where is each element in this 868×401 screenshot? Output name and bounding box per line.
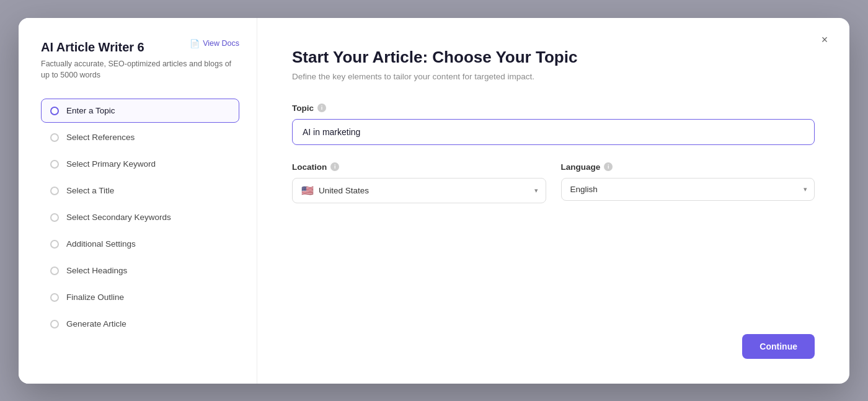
app-subtitle: Factually accurate, SEO-optimized articl… xyxy=(41,58,239,82)
step-item-select-secondary-keywords[interactable]: Select Secondary Keywords xyxy=(41,205,239,229)
step-label-select-headings: Select Headings xyxy=(66,266,127,275)
modal-dialog: AI Article Writer 6 📄 View Docs Factuall… xyxy=(19,18,849,384)
step-label-enter-topic: Enter a Topic xyxy=(66,106,115,115)
step-item-select-primary-keyword[interactable]: Select Primary Keyword xyxy=(41,152,239,176)
main-subtitle: Define the key elements to tailor your c… xyxy=(292,72,815,81)
view-docs-link[interactable]: 📄 View Docs xyxy=(190,39,239,48)
right-panel: × Start Your Article: Choose Your Topic … xyxy=(257,18,849,384)
topic-form-group: Topic i xyxy=(292,104,815,145)
location-label: Location i xyxy=(292,162,546,172)
location-form-group: Location i 🇺🇸 United States ▾ xyxy=(292,162,546,203)
language-dropdown[interactable]: English Spanish French German xyxy=(561,178,815,201)
step-dot-select-secondary-keywords xyxy=(50,213,59,222)
language-form-group: Language i English Spanish French German… xyxy=(561,162,815,203)
step-dot-select-title xyxy=(50,187,59,195)
location-info-icon: i xyxy=(330,162,339,171)
us-flag-icon: 🇺🇸 xyxy=(301,185,314,196)
step-label-select-secondary-keywords: Select Secondary Keywords xyxy=(66,213,171,222)
location-language-row: Location i 🇺🇸 United States ▾ Language i xyxy=(292,162,815,221)
language-label: Language i xyxy=(561,162,815,172)
continue-button[interactable]: Continue xyxy=(742,334,815,359)
step-item-enter-topic[interactable]: Enter a Topic xyxy=(41,99,239,123)
step-dot-finalize-outline xyxy=(50,293,59,302)
close-button[interactable]: × xyxy=(815,30,835,50)
step-label-select-title: Select a Title xyxy=(66,186,114,195)
language-select-wrapper: English Spanish French German ▾ xyxy=(561,178,815,201)
main-title: Start Your Article: Choose Your Topic xyxy=(292,48,815,67)
step-dot-select-headings xyxy=(50,267,59,275)
step-dot-additional-settings xyxy=(50,240,59,249)
step-dot-select-references xyxy=(50,133,59,142)
step-item-select-references[interactable]: Select References xyxy=(41,125,239,149)
step-item-finalize-outline[interactable]: Finalize Outline xyxy=(41,285,239,309)
step-item-select-headings[interactable]: Select Headings xyxy=(41,258,239,283)
location-select-wrapper: 🇺🇸 United States ▾ xyxy=(292,178,546,203)
step-label-additional-settings: Additional Settings xyxy=(66,239,136,249)
step-label-generate-article: Generate Article xyxy=(66,319,126,328)
step-label-select-primary-keyword: Select Primary Keyword xyxy=(66,159,156,169)
step-label-select-references: Select References xyxy=(66,133,135,142)
doc-icon: 📄 xyxy=(190,39,200,48)
app-title: AI Article Writer 6 xyxy=(41,40,144,55)
steps-list: Enter a TopicSelect ReferencesSelect Pri… xyxy=(41,99,239,336)
location-dropdown[interactable]: 🇺🇸 United States ▾ xyxy=(292,178,546,203)
step-dot-select-primary-keyword xyxy=(50,160,59,169)
left-panel: AI Article Writer 6 📄 View Docs Factuall… xyxy=(19,18,257,384)
topic-info-icon: i xyxy=(317,104,326,112)
language-info-icon: i xyxy=(604,162,613,171)
step-item-select-title[interactable]: Select a Title xyxy=(41,178,239,203)
step-dot-enter-topic xyxy=(50,107,59,115)
step-item-additional-settings[interactable]: Additional Settings xyxy=(41,232,239,256)
topic-input[interactable] xyxy=(292,119,815,145)
topic-label: Topic i xyxy=(292,104,815,113)
step-item-generate-article[interactable]: Generate Article xyxy=(41,312,239,336)
step-dot-generate-article xyxy=(50,320,59,328)
step-label-finalize-outline: Finalize Outline xyxy=(66,293,124,302)
location-chevron-icon: ▾ xyxy=(534,187,538,195)
